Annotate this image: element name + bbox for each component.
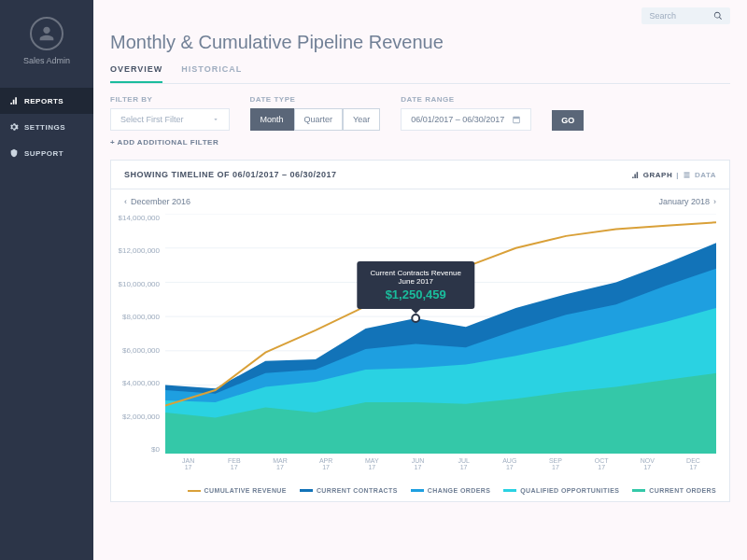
tooltip-value: $1,250,459 xyxy=(370,287,460,301)
legend-contracts[interactable]: CURRENT CONTRACTS xyxy=(300,487,398,494)
data-view-button[interactable]: DATA xyxy=(695,171,716,179)
sidebar-item-settings[interactable]: SETTINGS xyxy=(0,114,93,140)
tooltip-sub: June 2017 xyxy=(370,277,460,286)
prev-period-button[interactable]: ‹ December 2016 xyxy=(124,197,190,206)
user-label: Sales Admin xyxy=(23,56,70,65)
main: Search Monthly & Cumulative Pipeline Rev… xyxy=(93,0,747,560)
legend-qualified[interactable]: QUALIFIED OPPORTUNITIES xyxy=(503,487,619,494)
go-button[interactable]: GO xyxy=(552,110,584,131)
page-title: Monthly & Cumulative Pipeline Revenue xyxy=(110,32,730,53)
date-type-month[interactable]: Month xyxy=(250,108,294,131)
y-axis: $14,000,000$12,000,000$10,000,000$8,000,… xyxy=(111,214,165,454)
date-range-input[interactable]: 06/01/2017 – 06/30/2017 xyxy=(401,108,531,131)
add-filter-button[interactable]: + ADD ADDITIONAL FILTER xyxy=(110,138,730,147)
sidebar-item-support[interactable]: SUPPORT xyxy=(0,140,93,166)
sidebar-item-label: REPORTS xyxy=(24,97,63,105)
chart-area: $14,000,000$12,000,000$10,000,000$8,000,… xyxy=(111,214,729,480)
tab-historical[interactable]: HISTORICAL xyxy=(181,64,242,83)
graph-view-button[interactable]: GRAPH xyxy=(643,171,672,179)
sidebar-item-label: SETTINGS xyxy=(24,123,65,132)
sidebar-item-reports[interactable]: REPORTS xyxy=(0,88,93,114)
chart-timeline-title: SHOWING TIMELINE OF 06/01/2017 – 06/30/2… xyxy=(124,170,337,179)
date-range-label: DATE RANGE xyxy=(401,95,531,104)
date-type-group: Month Quarter Year xyxy=(250,108,381,131)
support-icon xyxy=(9,148,19,158)
chart-panel: SHOWING TIMELINE OF 06/01/2017 – 06/30/2… xyxy=(110,160,730,502)
legend: CUMULATIVE REVENUE CURRENT CONTRACTS CHA… xyxy=(111,480,729,501)
tabs: OVERVIEW HISTORICAL xyxy=(110,64,730,84)
date-type-year[interactable]: Year xyxy=(343,108,380,131)
search-icon xyxy=(713,11,723,21)
plot[interactable]: Current Contracts Revenue June 2017 $1,2… xyxy=(165,214,716,454)
legend-change[interactable]: CHANGE ORDERS xyxy=(411,487,490,494)
filter-by-label: FILTER BY xyxy=(110,95,230,104)
sidebar-item-label: SUPPORT xyxy=(24,149,63,158)
avatar[interactable] xyxy=(30,17,63,50)
filter-by-select[interactable]: Select First Filter xyxy=(110,108,230,131)
next-period-button[interactable]: January 2018 › xyxy=(658,197,716,206)
bar-chart-icon xyxy=(9,96,19,105)
legend-orders[interactable]: CURRENT ORDERS xyxy=(632,487,716,494)
tooltip-title: Current Contracts Revenue xyxy=(370,269,460,277)
filter-bar: FILTER BY Select First Filter DATE TYPE … xyxy=(110,95,730,131)
topbar: Search xyxy=(110,0,730,32)
graph-icon xyxy=(631,171,640,179)
gear-icon xyxy=(9,122,19,132)
sidebar: Sales Admin REPORTS SETTINGS SUPPORT xyxy=(0,0,93,560)
calendar-icon xyxy=(512,115,521,124)
date-type-quarter[interactable]: Quarter xyxy=(294,108,344,131)
legend-cumulative[interactable]: CUMULATIVE REVENUE xyxy=(188,487,287,494)
chevron-down-icon xyxy=(212,116,219,123)
chart-tooltip: Current Contracts Revenue June 2017 $1,2… xyxy=(357,261,473,309)
tab-overview[interactable]: OVERVIEW xyxy=(110,64,162,83)
search-input[interactable]: Search xyxy=(641,7,730,24)
view-toggle: GRAPH | DATA xyxy=(631,171,716,179)
x-axis: JAN17FEB17MAR17APR17MAY17JUN17JUL17AUG17… xyxy=(165,457,716,480)
date-type-label: DATE TYPE xyxy=(250,95,381,104)
data-icon xyxy=(683,171,691,179)
search-placeholder: Search xyxy=(649,11,676,21)
